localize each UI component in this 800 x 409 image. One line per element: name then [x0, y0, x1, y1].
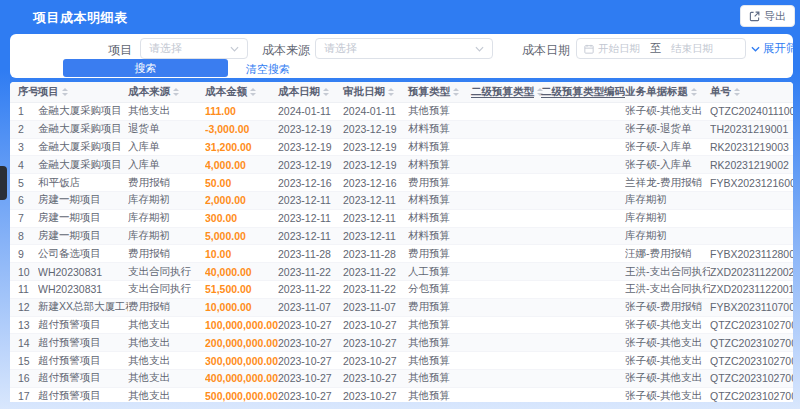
table-cell: 其他预算 [408, 388, 471, 402]
cost-date-label: 成本日期 [522, 42, 568, 59]
table-cell: 费用报销 [128, 245, 205, 262]
table-row: 1金融大厦采购项目其他支出111.002024-01-112024-01-11其… [10, 103, 793, 121]
table-cell [471, 245, 541, 262]
column-header-label: 二级预算类型 [471, 85, 534, 99]
table-cell: 10,000.00 [205, 299, 278, 316]
project-select[interactable]: 请选择 [140, 38, 248, 59]
table-cell: 公司备选项目 [38, 245, 128, 262]
table-cell: 费用预算 [408, 299, 471, 316]
start-date-placeholder: 开始日期 [598, 42, 640, 56]
table-row: 7房建一期项目库存期初300.002023-12-112023-12-11材料预… [10, 210, 793, 228]
table-cell: 费用预算 [408, 174, 471, 191]
table-cell: 张子硕-退货单 [625, 121, 710, 138]
column-header-label: 预算类型 [408, 85, 450, 99]
column-header-1[interactable]: 项目 [38, 82, 128, 102]
table-cell: 退货单 [128, 121, 205, 138]
table-cell [471, 299, 541, 316]
table-cell: 人工预算 [408, 263, 471, 280]
table-cell: QTZC20231027002 [710, 352, 793, 369]
sort-icon[interactable] [691, 88, 697, 96]
table-cell: 2023-10-27 [278, 370, 343, 387]
table-cell: 材料预算 [408, 192, 471, 209]
column-header-label: 业务单据标题 [625, 85, 688, 99]
search-button[interactable]: 搜索 [63, 59, 228, 77]
cost-date-range-input[interactable]: 开始日期 至 结束日期 [576, 38, 746, 59]
table-cell: 2023-11-22 [343, 263, 408, 280]
table-cell [710, 210, 793, 227]
table-cell: 张子硕-入库单 [625, 156, 710, 173]
table-cell: 7 [10, 210, 38, 227]
table-cell: 2023-12-19 [278, 139, 343, 156]
table-cell [541, 370, 625, 387]
table-cell: WH20230831 [38, 263, 128, 280]
table-cell [541, 245, 625, 262]
table-cell: 库存期初 [128, 210, 205, 227]
table-cell [541, 352, 625, 369]
table-cell [471, 388, 541, 402]
table-cell: 2024-01-11 [343, 103, 408, 120]
sort-icon[interactable] [453, 88, 459, 96]
sort-icon[interactable] [388, 88, 394, 96]
sort-icon[interactable] [323, 88, 329, 96]
chevron-down-icon [475, 46, 484, 52]
table-cell: 3 [10, 139, 38, 156]
table-cell: 费用报销 [128, 299, 205, 316]
table-cell: 13 [10, 317, 38, 334]
table-cell [541, 121, 625, 138]
column-header-7[interactable]: 二级预算类型 [471, 82, 541, 102]
sort-icon[interactable] [62, 88, 68, 96]
table-cell: 其他预算 [408, 370, 471, 387]
table-cell: 100,000,000.00 [205, 317, 278, 334]
table-cell: 2023-10-27 [278, 352, 343, 369]
table-cell: 其他预算 [408, 334, 471, 351]
column-header-6[interactable]: 预算类型 [408, 82, 471, 102]
column-header-10[interactable]: 单号 [710, 82, 793, 102]
calendar-icon [584, 44, 594, 54]
table-cell: 分包预算 [408, 281, 471, 298]
table-cell: 其他支出 [128, 103, 205, 120]
column-header-2[interactable]: 成本来源 [128, 82, 205, 102]
chevron-down-icon [751, 46, 760, 52]
table-cell: 张子硕-其他支出 [625, 317, 710, 334]
export-label: 导出 [764, 9, 786, 24]
column-header-3[interactable]: 成本金额 [205, 82, 278, 102]
table-cell [471, 228, 541, 245]
table-row: 14超付预警项目其他支出200,000,000.002023-10-272023… [10, 334, 793, 352]
table-row: 4金融大厦采购项目入库单4,000.002023-12-192023-12-19… [10, 156, 793, 174]
table-cell: 2023-10-27 [278, 317, 343, 334]
table-cell: 2023-10-27 [343, 352, 408, 369]
table-cell: 2023-12-11 [278, 228, 343, 245]
table-cell: 2023-12-19 [278, 121, 343, 138]
table-cell: 2023-10-27 [343, 317, 408, 334]
sort-icon[interactable] [250, 88, 256, 96]
column-header-9[interactable]: 业务单据标题 [625, 82, 710, 102]
table-header-row: 序号项目成本来源成本金额成本日期审批日期预算类型二级预算类型二级预算类型编码业务… [10, 82, 793, 103]
cost-source-select[interactable]: 请选择 [315, 38, 493, 59]
export-button[interactable]: 导出 [740, 5, 795, 27]
table-cell [471, 352, 541, 369]
column-header-0: 序号 [10, 82, 38, 102]
expand-filter-link[interactable]: 展开筛选 [751, 41, 800, 56]
table-cell: FYBX20231107001 [710, 299, 793, 316]
table-cell: 2023-11-28 [343, 245, 408, 262]
table-cell: 房建一期项目 [38, 228, 128, 245]
table-cell: 库存期初 [128, 228, 205, 245]
sort-icon[interactable] [734, 88, 740, 96]
cost-detail-table: 序号项目成本来源成本金额成本日期审批日期预算类型二级预算类型二级预算类型编码业务… [10, 82, 793, 402]
table-row: 13超付预警项目其他支出100,000,000.002023-10-272023… [10, 317, 793, 335]
sort-icon[interactable] [173, 88, 179, 96]
table-cell: 材料预算 [408, 156, 471, 173]
table-cell: 材料预算 [408, 210, 471, 227]
column-header-5[interactable]: 审批日期 [343, 82, 408, 102]
clear-search-link[interactable]: 清空搜索 [246, 62, 290, 77]
table-row: 5和平饭店费用报销50.002023-12-162023-12-16费用预算兰祥… [10, 174, 793, 192]
table-cell: 2023-12-16 [278, 174, 343, 191]
drawer-handle[interactable] [0, 166, 7, 200]
table-cell: 2023-12-11 [343, 192, 408, 209]
column-header-8[interactable]: 二级预算类型编码 [541, 82, 625, 102]
table-cell: FYBX20231216001 [710, 174, 793, 191]
column-header-4[interactable]: 成本日期 [278, 82, 343, 102]
table-cell: 2023-10-27 [278, 388, 343, 402]
table-cell: 其他预算 [408, 352, 471, 369]
table-cell: 6 [10, 192, 38, 209]
